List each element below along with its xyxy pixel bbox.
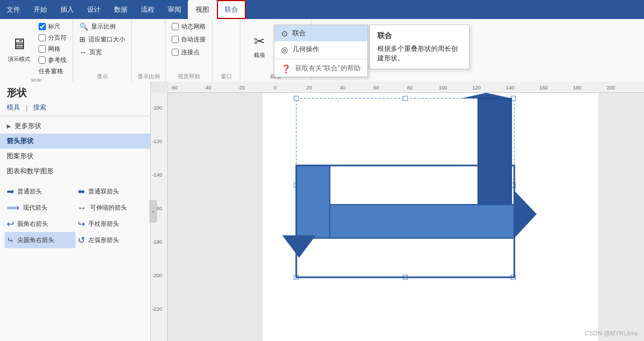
union-dropdown: ⊙ 联合 ◎ 几何操作 ❓ 获取有关"联合"的帮助 xyxy=(274,25,368,77)
view-help-title: 视觉帮助 xyxy=(169,72,209,82)
sidebar-nav-search[interactable]: 搜索 xyxy=(33,103,46,112)
btn-ruler[interactable]: 标尺 xyxy=(36,21,69,32)
dropdown-item-geometry[interactable]: ◎ 几何操作 xyxy=(274,41,367,58)
stretchable-arrow-icon: ↔ xyxy=(78,203,87,213)
ribbon-group-display: 🔍 显示比例 ⊞ 适应窗口大小 ↔ 页宽 显示 xyxy=(73,19,132,82)
sidebar-title: 形状 xyxy=(0,82,150,102)
menu-flow[interactable]: 流程 xyxy=(134,2,161,18)
shape-left-arc-arrow[interactable]: ↺ 左弧形箭头 xyxy=(75,232,146,248)
view-help-body: 动态网格 自动连接 连接点 xyxy=(169,21,209,72)
svg-text:-220: -220 xyxy=(152,306,162,312)
btn-fit-window[interactable]: ⊞ 适应窗口大小 xyxy=(77,34,128,45)
btn-connect-point[interactable]: 连接点 xyxy=(169,47,202,58)
round-right-arrow-icon: ↩ xyxy=(7,219,14,229)
btn-presentation-mode[interactable]: 🖥 演示模式 xyxy=(3,29,35,70)
btn-task-pane[interactable]: 任务窗格 xyxy=(36,66,69,77)
presentation-icon: 🖥 xyxy=(11,35,27,53)
dropdown-divider xyxy=(274,59,367,59)
svg-text:200: 200 xyxy=(607,85,615,91)
sidebar: 形状 模具 | 搜索 ▶ 更多形状 箭头形状 图案形状 图表和数学图形 xyxy=(0,82,151,341)
sidebar-collapse-btn[interactable]: ‹ xyxy=(149,200,157,222)
svg-text:20: 20 xyxy=(306,85,312,91)
ribbon-group-view: 🖥 演示模式 标尺 分页符 网格 参考线 xyxy=(0,19,73,82)
menu-design[interactable]: 设计 xyxy=(80,2,107,18)
shape-stretchable-arrow[interactable]: ↔ 可伸缩的箭头 xyxy=(75,200,146,216)
left-arc-arrow-icon: ↺ xyxy=(78,235,85,245)
shape-round-right-arrow[interactable]: ↩ 圆角右箭头 xyxy=(4,216,75,232)
sidebar-nav: 模具 | 搜索 xyxy=(0,102,150,116)
ribbon-group-display-scale: 显示比例 xyxy=(132,19,165,82)
page-width-icon: ↔ xyxy=(79,48,87,56)
ribbon-group-view-help: 动态网格 自动连接 连接点 视觉帮助 xyxy=(165,19,212,82)
display-group-body: 🔍 显示比例 ⊞ 适应窗口大小 ↔ 页宽 xyxy=(77,21,128,72)
ruler-horizontal: -60 -40 -20 0 20 40 60 80 100 120 140 16… xyxy=(168,82,644,93)
svg-text:-100: -100 xyxy=(152,105,162,111)
ribbon: 🖥 演示模式 标尺 分页符 网格 参考线 xyxy=(0,19,644,82)
menu-data[interactable]: 数据 xyxy=(107,2,134,18)
svg-text:-60: -60 xyxy=(171,85,178,91)
view-checkboxes: 标尺 分页符 网格 参考线 任务窗格 xyxy=(36,21,69,77)
shape-normal-double-arrow[interactable]: ⬌ 普通双箭头 xyxy=(75,183,146,200)
svg-text:100: 100 xyxy=(439,85,447,91)
geometry-icon: ◎ xyxy=(281,45,288,54)
normal-arrow-icon: ➡ xyxy=(7,186,14,197)
union-icon: ⊙ xyxy=(281,29,288,38)
menu-view[interactable]: 视图 xyxy=(188,0,217,19)
scale-icon: 🔍 xyxy=(79,22,88,31)
svg-text:0: 0 xyxy=(274,85,277,91)
svg-text:180: 180 xyxy=(573,85,581,91)
shape-sharp-round-right-arrow[interactable]: ⤷ 尖圆角右箭头 xyxy=(4,232,75,248)
window-body xyxy=(216,21,236,72)
help-icon: ❓ xyxy=(281,64,291,73)
arrow-icon: ▶ xyxy=(7,123,11,129)
shape-cane-arrow[interactable]: ↪ 手杖形箭头 xyxy=(75,216,146,232)
ruler-h-svg: -60 -40 -20 0 20 40 60 80 100 120 140 16… xyxy=(168,82,644,93)
window-title: 窗口 xyxy=(216,72,236,82)
svg-rect-39 xyxy=(296,165,330,238)
btn-page-width[interactable]: ↔ 页宽 xyxy=(77,47,105,58)
btn-dynamic-grid[interactable]: 动态网格 xyxy=(169,21,209,32)
dropdown-help[interactable]: ❓ 获取有关"联合"的帮助 xyxy=(274,60,367,77)
btn-auto-connect[interactable]: 自动连接 xyxy=(169,34,209,45)
svg-rect-28 xyxy=(294,96,299,101)
sidebar-item-chart-math[interactable]: 图表和数学图形 xyxy=(0,164,150,179)
svg-text:80: 80 xyxy=(407,85,413,91)
menu-union[interactable]: 联合 xyxy=(217,0,246,19)
sidebar-nav-tools[interactable]: 模具 xyxy=(7,103,20,112)
cutout-icon: ✂ xyxy=(254,34,265,49)
watermark: CSDN @MYRLibra xyxy=(585,330,637,337)
tooltip-description: 根据多个重叠形状的周长创建形状。 xyxy=(377,44,461,63)
shapes-grid: ➡ 普通箭头 ⬌ 普通双箭头 ⟹ 现代箭头 ↔ 可伸缩的箭头 ↩ 圆角右箭头 xyxy=(0,181,150,250)
menu-review[interactable]: 审阅 xyxy=(161,2,188,18)
sidebar-item-pattern-shapes[interactable]: 图案形状 xyxy=(0,149,150,164)
svg-text:120: 120 xyxy=(472,85,481,91)
sidebar-item-arrow-shapes[interactable]: 箭头形状 xyxy=(0,134,150,149)
menubar: 文件 开始 插入 设计 数据 流程 审阅 视图 联合 xyxy=(0,0,644,19)
menu-start[interactable]: 开始 xyxy=(27,2,54,18)
svg-text:-40: -40 xyxy=(204,85,211,91)
shape-modern-arrow[interactable]: ⟹ 现代箭头 xyxy=(4,200,75,216)
btn-show-scale[interactable]: 🔍 显示比例 xyxy=(77,21,119,32)
svg-text:-20: -20 xyxy=(238,85,245,91)
svg-text:140: 140 xyxy=(506,85,514,91)
sidebar-list: ▶ 更多形状 箭头形状 图案形状 图表和数学图形 xyxy=(0,116,150,181)
ribbon-group-window: 窗口 xyxy=(212,19,240,82)
btn-page-break[interactable]: 分页符 xyxy=(36,32,69,43)
normal-double-arrow-icon: ⬌ xyxy=(78,186,85,197)
svg-text:-120: -120 xyxy=(152,139,162,144)
sharp-round-right-arrow-icon: ⤷ xyxy=(7,235,14,245)
svg-text:60: 60 xyxy=(373,85,379,91)
canvas-area: -60 -40 -20 0 20 40 60 80 100 120 140 16… xyxy=(151,82,644,341)
sidebar-item-more-shapes[interactable]: ▶ 更多形状 xyxy=(0,119,150,134)
btn-cutout[interactable]: ✂ 截项 xyxy=(244,26,275,67)
display-group-title: 显示 xyxy=(77,72,128,82)
btn-grid[interactable]: 网格 xyxy=(36,44,69,54)
shape-normal-arrow[interactable]: ➡ 普通箭头 xyxy=(4,183,75,200)
svg-text:160: 160 xyxy=(539,85,548,91)
dropdown-item-union[interactable]: ⊙ 联合 xyxy=(274,25,367,41)
view-group-body: 🖥 演示模式 标尺 分页符 网格 参考线 xyxy=(3,21,69,77)
canvas-svg xyxy=(168,93,644,341)
btn-reference[interactable]: 参考线 xyxy=(36,55,69,65)
menu-insert[interactable]: 插入 xyxy=(54,2,80,18)
menu-file[interactable]: 文件 xyxy=(0,2,27,18)
